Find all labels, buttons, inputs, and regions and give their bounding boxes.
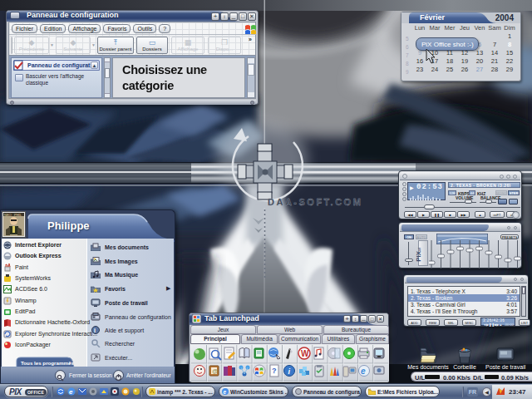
svg-text:Tous les programmes: Tous les programmes xyxy=(21,360,74,366)
svg-text:i: i xyxy=(94,328,96,333)
svg-text:e: e xyxy=(361,367,366,376)
svg-text:?: ? xyxy=(272,367,277,375)
svg-text:e: e xyxy=(224,389,227,395)
svg-text:@: @ xyxy=(212,368,218,374)
svg-text:DAA-SOFT.COM: DAA-SOFT.COM xyxy=(268,197,362,207)
svg-text:W: W xyxy=(301,349,309,358)
svg-text:NEO PHIL: NEO PHIL xyxy=(4,213,22,217)
svg-text:›: › xyxy=(69,360,71,366)
svg-text:e: e xyxy=(69,388,73,396)
